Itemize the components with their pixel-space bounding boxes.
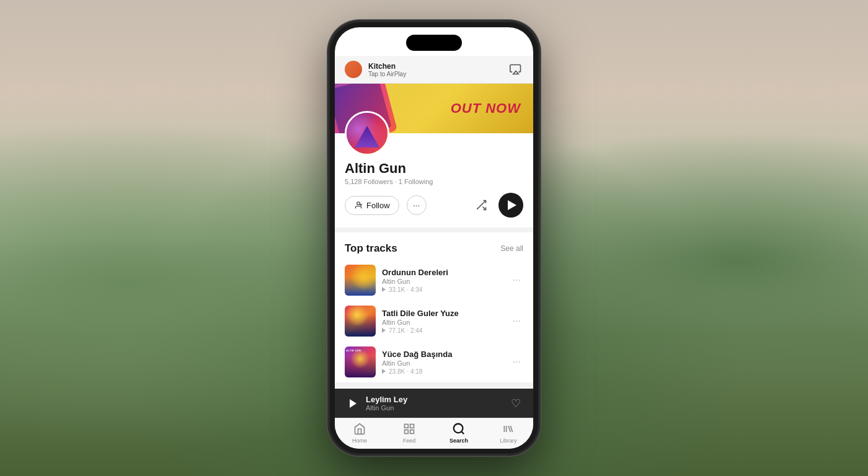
now-playing-play-icon: [350, 399, 356, 408]
track-item[interactable]: Ordunun Dereleri Altin Gun 33.1K · 4:34 …: [335, 260, 533, 301]
now-playing-bar[interactable]: Leylim Ley Altin Gun ♡: [335, 389, 533, 418]
play-icon: [508, 200, 516, 210]
svg-rect-8: [405, 430, 409, 434]
airplay-icon[interactable]: [508, 62, 523, 77]
track-more-button-3[interactable]: ···: [510, 354, 523, 370]
svg-rect-6: [405, 425, 409, 428]
track-dot-3: ·: [407, 368, 409, 375]
airplay-text: Kitchen Tap to AirPlay: [368, 62, 406, 77]
follow-label: Follow: [366, 201, 390, 210]
svg-point-10: [454, 424, 463, 433]
track-dot-1: ·: [407, 286, 409, 293]
track-artist-3: Altin Gun: [382, 359, 504, 367]
top-tracks-header: Top tracks See all: [335, 232, 533, 260]
track-info-3: Yüce Dağ Başında Altin Gun 23.8K · 4:18: [382, 350, 504, 375]
svg-marker-0: [513, 71, 518, 74]
following-count: 1 Following: [399, 178, 433, 185]
airplay-album-dot: [345, 61, 362, 78]
tab-search[interactable]: Search: [434, 422, 484, 444]
tab-feed-label: Feed: [403, 438, 416, 444]
play-button[interactable]: [498, 193, 523, 218]
airplay-bar[interactable]: Kitchen Tap to AirPlay: [335, 56, 533, 84]
hero-badge: OUT NOW: [451, 100, 521, 117]
airplay-subtitle: Tap to AirPlay: [368, 71, 406, 77]
shuffle-icon: [475, 199, 487, 211]
svg-line-11: [461, 431, 464, 434]
svg-rect-7: [410, 425, 414, 428]
artist-avatar: [345, 111, 389, 156]
tab-library[interactable]: Library: [484, 422, 533, 444]
artist-stats: 5,128 Followers · 1 Following: [345, 178, 523, 185]
svg-rect-9: [410, 430, 414, 434]
track-duration-2: 2:44: [410, 327, 422, 334]
shuffle-button[interactable]: [471, 195, 491, 215]
track-dot-2: ·: [407, 327, 409, 334]
track-artist-1: Altin Gun: [382, 278, 504, 285]
followers-count: 5,128 Followers: [345, 178, 393, 185]
track-thumbnail-2: [345, 306, 376, 337]
phone-device: Kitchen Tap to AirPlay OUT NOW: [329, 21, 539, 455]
play-count-icon-2: [382, 328, 387, 333]
now-playing-title: Leylim Ley: [366, 395, 502, 404]
phone-screen: Kitchen Tap to AirPlay OUT NOW: [335, 27, 533, 449]
track-item[interactable]: Yüce Dağ Başında Altin Gun 23.8K · 4:18 …: [335, 342, 533, 382]
tab-home[interactable]: Home: [335, 422, 384, 444]
scroll-content[interactable]: OUT NOW Altin Gun 5,128 Followers · 1 Fo…: [335, 84, 533, 389]
tab-library-label: Library: [500, 438, 517, 444]
track-name-2: Tatli Dile Guler Yuze: [382, 309, 504, 318]
more-options-button[interactable]: ···: [407, 195, 427, 215]
follow-person-icon: [354, 201, 363, 209]
now-playing-play-button[interactable]: [345, 396, 360, 411]
follow-button[interactable]: Follow: [345, 196, 399, 215]
now-playing-info: Leylim Ley Altin Gun: [366, 395, 502, 412]
track-thumbnail-3: [345, 346, 376, 377]
now-playing-artist: Altin Gun: [366, 404, 502, 412]
track-meta-3: 23.8K · 4:18: [382, 368, 504, 375]
play-count-icon-3: [382, 369, 387, 374]
action-bar: Follow ···: [345, 193, 523, 220]
tab-home-label: Home: [352, 438, 367, 444]
track-meta-2: 77.1K · 2:44: [382, 327, 504, 334]
airplay-device-name: Kitchen: [368, 62, 406, 71]
search-icon: [452, 422, 466, 436]
library-icon: [502, 422, 515, 436]
play-count-icon-1: [382, 287, 387, 292]
section-divider-1: [335, 227, 533, 232]
section-divider-2: [335, 382, 533, 387]
track-name-3: Yüce Dağ Başında: [382, 350, 504, 359]
feed-icon: [402, 422, 416, 436]
track-duration-1: 4:34: [410, 286, 422, 293]
now-playing-heart-button[interactable]: ♡: [508, 396, 523, 411]
track-thumbnail-1: [345, 265, 376, 296]
top-tracks-section: Top tracks See all Ordunun Dereleri Alti…: [335, 232, 533, 382]
track-duration-3: 4:18: [410, 368, 422, 375]
track-artist-2: Altin Gun: [382, 319, 504, 326]
track-item[interactable]: Tatli Dile Guler Yuze Altin Gun 77.1K · …: [335, 301, 533, 342]
dynamic-island: [406, 35, 462, 51]
track-plays-1: 33.1K: [389, 286, 405, 293]
airplay-left: Kitchen Tap to AirPlay: [345, 61, 406, 78]
phone-frame: Kitchen Tap to AirPlay OUT NOW: [329, 21, 539, 455]
tab-search-label: Search: [450, 438, 468, 444]
track-info-2: Tatli Dile Guler Yuze Altin Gun 77.1K · …: [382, 309, 504, 334]
track-name-1: Ordunun Dereleri: [382, 268, 504, 277]
tab-feed[interactable]: Feed: [384, 422, 434, 444]
track-plays-2: 77.1K: [389, 327, 405, 334]
tab-bar: Home Feed: [335, 418, 533, 449]
track-info-1: Ordunun Dereleri Altin Gun 33.1K · 4:34: [382, 268, 504, 293]
track-more-button-2[interactable]: ···: [510, 313, 523, 329]
svg-point-1: [357, 202, 360, 205]
see-all-button[interactable]: See all: [500, 244, 523, 253]
track-meta-1: 33.1K · 4:34: [382, 286, 504, 293]
artist-name: Altin Gun: [345, 161, 523, 177]
track-plays-3: 23.8K: [389, 368, 405, 375]
home-icon: [353, 422, 366, 436]
top-tracks-title: Top tracks: [345, 242, 397, 255]
track-more-button-1[interactable]: ···: [510, 272, 523, 288]
